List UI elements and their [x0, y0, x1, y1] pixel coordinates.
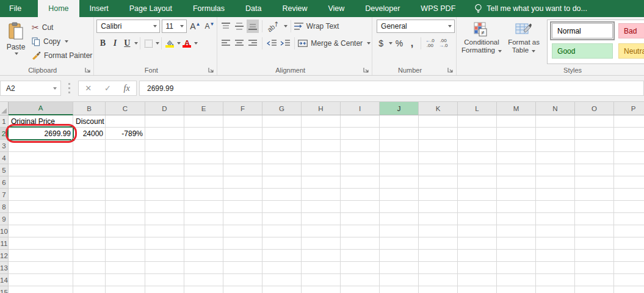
- increase-indent-button[interactable]: [279, 37, 291, 50]
- confirm-entry-button[interactable]: ✓: [104, 84, 111, 93]
- select-all-corner[interactable]: [0, 102, 9, 115]
- column-header-O[interactable]: O: [575, 102, 614, 115]
- formula-bar: A2 ✕ ✓ fx 2699.99: [0, 76, 644, 101]
- column-header-C[interactable]: C: [106, 102, 145, 115]
- font-name-combo[interactable]: Calibri: [96, 20, 159, 33]
- column-header-N[interactable]: N: [536, 102, 575, 115]
- formula-input[interactable]: 2699.99: [139, 81, 644, 96]
- tab-data[interactable]: Data: [235, 0, 272, 17]
- tab-file[interactable]: File: [0, 0, 31, 17]
- column-header-J[interactable]: J: [380, 102, 419, 115]
- decrease-indent-button[interactable]: [266, 37, 278, 50]
- comma-button[interactable]: ,: [406, 37, 418, 50]
- cut-button[interactable]: ✂ Cut: [32, 21, 92, 34]
- row-header-15[interactable]: 15: [0, 286, 9, 293]
- column-header-F[interactable]: F: [223, 102, 262, 115]
- style-normal[interactable]: Normal: [552, 23, 613, 38]
- row-header-3[interactable]: 3: [0, 140, 9, 152]
- number-format-combo[interactable]: General: [377, 20, 455, 33]
- style-good[interactable]: Good: [552, 43, 613, 59]
- row-header-5[interactable]: 5: [0, 164, 9, 176]
- increase-decimal-button[interactable]: ←.0.00: [424, 38, 436, 48]
- tab-wps-pdf[interactable]: WPS PDF: [410, 0, 466, 17]
- style-neutral[interactable]: Neutral: [618, 43, 644, 59]
- column-header-H[interactable]: H: [302, 102, 341, 115]
- formula-bar-handle[interactable]: [68, 83, 70, 93]
- decrease-font-button[interactable]: A▼: [203, 20, 215, 33]
- bottom-align-button[interactable]: [247, 20, 259, 33]
- column-header-D[interactable]: D: [145, 102, 184, 115]
- column-header-A[interactable]: A: [9, 102, 73, 115]
- align-right-button[interactable]: [247, 37, 259, 50]
- row-header-4[interactable]: 4: [0, 152, 9, 164]
- insert-function-button[interactable]: fx: [124, 84, 130, 93]
- conditional-formatting-button[interactable]: ≠ Conditional Formatting: [459, 20, 504, 64]
- tab-home[interactable]: Home: [38, 0, 79, 17]
- middle-align-button[interactable]: [233, 20, 245, 33]
- borders-button[interactable]: [142, 37, 154, 50]
- group-label-clipboard: Clipboard: [0, 67, 85, 74]
- row-header-7[interactable]: 7: [0, 189, 9, 201]
- row-header-6[interactable]: 6: [0, 176, 9, 189]
- font-dialog-launcher[interactable]: [208, 67, 214, 73]
- tell-me-box[interactable]: Tell me what you want to do...: [474, 0, 587, 17]
- font-color-button[interactable]: A: [181, 37, 193, 50]
- orientation-button[interactable]: ab↗: [266, 20, 281, 33]
- cancel-entry-button[interactable]: ✕: [85, 84, 92, 93]
- column-header-P[interactable]: P: [614, 102, 644, 115]
- copy-button[interactable]: Copy: [32, 35, 92, 48]
- name-box[interactable]: A2: [0, 81, 61, 96]
- format-as-table-button[interactable]: Format as Table: [504, 20, 543, 64]
- row-header-8[interactable]: 8: [0, 201, 9, 213]
- merge-center-button[interactable]: Merge & Center: [298, 37, 371, 49]
- decrease-decimal-button[interactable]: .00→.0: [437, 38, 450, 48]
- row-header-10[interactable]: 10: [0, 225, 9, 237]
- alignment-dialog-launcher[interactable]: [363, 67, 369, 73]
- column-header-L[interactable]: L: [458, 102, 497, 115]
- align-center-button[interactable]: [233, 37, 245, 50]
- font-size-combo[interactable]: 11: [162, 20, 187, 33]
- cell-C2[interactable]: -789%: [106, 128, 145, 140]
- column-header-M[interactable]: M: [497, 102, 536, 115]
- lightbulb-icon: [474, 4, 482, 14]
- tab-developer[interactable]: Developer: [355, 0, 410, 17]
- tab-formulas[interactable]: Formulas: [183, 0, 235, 17]
- percent-button[interactable]: %: [393, 37, 405, 50]
- cell-B2[interactable]: 24000: [73, 128, 106, 140]
- align-left-button[interactable]: [220, 37, 232, 50]
- tab-page-layout[interactable]: Page Layout: [119, 0, 183, 17]
- fill-color-button[interactable]: [164, 37, 176, 50]
- row-header-13[interactable]: 13: [0, 262, 9, 274]
- tab-insert[interactable]: Insert: [79, 0, 119, 17]
- style-bad[interactable]: Bad: [618, 23, 644, 38]
- row-header-12[interactable]: 12: [0, 250, 9, 262]
- tab-view[interactable]: View: [317, 0, 355, 17]
- clipboard-dialog-launcher[interactable]: [85, 67, 91, 73]
- number-dialog-launcher[interactable]: [447, 67, 454, 73]
- tab-review[interactable]: Review: [272, 0, 317, 17]
- currency-button[interactable]: $: [375, 37, 387, 50]
- italic-button[interactable]: I: [109, 37, 121, 50]
- column-header-E[interactable]: E: [184, 102, 223, 115]
- excel-window: FileHomeInsertPage LayoutFormulasDataRev…: [0, 0, 644, 293]
- bold-button[interactable]: B: [96, 37, 109, 50]
- top-align-button[interactable]: [220, 20, 232, 33]
- row-header-11[interactable]: 11: [0, 237, 9, 250]
- format-painter-button[interactable]: Format Painter: [32, 49, 92, 62]
- underline-button[interactable]: U: [121, 37, 133, 50]
- column-header-K[interactable]: K: [419, 102, 458, 115]
- column-header-I[interactable]: I: [341, 102, 380, 115]
- paste-button[interactable]: Paste: [2, 20, 29, 64]
- row-header-14[interactable]: 14: [0, 274, 9, 286]
- underline-dropdown-icon: [134, 42, 138, 45]
- column-header-B[interactable]: B: [73, 102, 106, 115]
- row-header-1[interactable]: 1: [0, 115, 9, 128]
- gridline-col-M: [535, 115, 536, 293]
- column-header-G[interactable]: G: [262, 102, 302, 115]
- cell-B1[interactable]: Discount: [73, 115, 106, 128]
- wrap-text-button[interactable]: Wrap Text: [294, 20, 339, 32]
- increase-indent-icon: [280, 40, 290, 47]
- increase-font-button[interactable]: A▲: [189, 20, 201, 33]
- worksheet-grid[interactable]: ABCDEFGHIJKLMNOP123456789101112131415Ori…: [0, 101, 644, 293]
- row-header-9[interactable]: 9: [0, 213, 9, 225]
